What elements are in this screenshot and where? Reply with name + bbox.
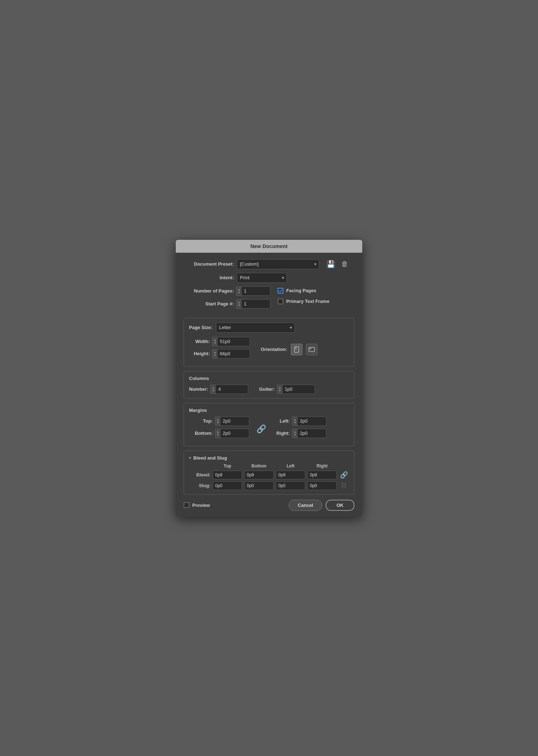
bleed-top-input[interactable] [213, 471, 242, 479]
slug-top-input[interactable] [213, 481, 242, 490]
start-page-label: Start Page #: [184, 301, 234, 306]
primary-text-frame-checkbox-wrapper[interactable]: Primary Text Frame [278, 299, 329, 304]
margins-link-icon[interactable]: 🔗 [255, 424, 268, 434]
columns-section: Columns Number: ▲ ▼ Gutter: [184, 371, 354, 399]
intent-select-wrapper: Print Web Mobile [237, 273, 287, 283]
margin-bottom-label: Bottom: [189, 431, 213, 436]
preset-label: Document Preset: [184, 261, 234, 267]
margin-bottom-row: Bottom: ▲ ▼ [189, 429, 249, 438]
height-spinner-btn[interactable]: ▲ ▼ [212, 349, 218, 358]
primary-text-frame-label: Primary Text Frame [286, 299, 329, 304]
columns-number-label: Number: [189, 386, 208, 392]
margin-right-input[interactable] [298, 429, 326, 438]
collapse-arrow-icon[interactable]: ▾ [189, 456, 191, 460]
portrait-button[interactable] [291, 344, 302, 355]
height-row: Height: ▲ ▼ [189, 349, 250, 358]
margin-top-spinner: ▲ ▼ [215, 417, 249, 426]
margin-right-label: Right: [273, 431, 290, 436]
dialog-title-bar: New Document [176, 240, 362, 253]
slug-bottom-input[interactable] [244, 481, 274, 490]
width-input[interactable] [218, 337, 250, 346]
preset-select[interactable]: [Custom] [237, 259, 319, 269]
page-size-select-wrapper: Letter Legal Tabloid A4 A3 [216, 323, 295, 333]
columns-number-group: Number: ▲ ▼ [189, 385, 248, 394]
margin-top-input[interactable] [221, 417, 249, 426]
height-label: Height: [189, 351, 210, 356]
bleed-right-input[interactable] [307, 471, 337, 479]
height-spinner: ▲ ▼ [212, 349, 250, 358]
bleed-slug-col-right: Right [307, 463, 337, 469]
gutter-input[interactable] [283, 385, 315, 394]
bleed-slug-grid: Top Bottom Left Right Bleed: 🔗 Slug: ⛓ [189, 463, 349, 490]
margin-top-row: Top: ▲ ▼ [189, 417, 249, 426]
ok-button[interactable]: OK [326, 500, 354, 511]
gutter-spinner-btn[interactable]: ▲ ▼ [277, 385, 283, 394]
preview-checkbox[interactable] [184, 502, 189, 508]
bleed-slug-title: Bleed and Slug [193, 455, 227, 461]
dialog-footer: Preview Cancel OK [184, 500, 354, 511]
margin-left-label: Left: [273, 418, 290, 424]
primary-text-frame-checkbox[interactable] [278, 299, 283, 304]
intent-select[interactable]: Print Web Mobile [237, 273, 287, 283]
columns-row: Number: ▲ ▼ Gutter: ▲ ▼ [189, 385, 349, 394]
margins-right-col: Left: ▲ ▼ Right: ▲ [273, 417, 326, 442]
orientation-label: Orientation: [261, 347, 287, 352]
num-pages-row: Number of Pages: ▲ ▼ [184, 286, 270, 296]
bleed-left-input[interactable] [276, 471, 305, 479]
columns-number-input[interactable] [216, 385, 248, 394]
facing-pages-checkbox[interactable] [278, 288, 283, 294]
margins-left-col: Top: ▲ ▼ Bottom: ▲ [189, 417, 249, 442]
margin-bottom-spinner-btn[interactable]: ▲ ▼ [215, 429, 221, 438]
delete-preset-button[interactable]: 🗑 [340, 259, 350, 269]
intent-label: Intent: [184, 275, 234, 280]
bleed-bottom-input[interactable] [244, 471, 274, 479]
slug-right-input[interactable] [307, 481, 337, 490]
bleed-link-icon[interactable]: 🔗 [339, 471, 349, 479]
facing-pages-checkbox-wrapper[interactable]: Facing Pages [278, 288, 329, 294]
margin-left-spinner-btn[interactable]: ▲ ▼ [292, 417, 298, 426]
start-page-spinner-btn[interactable]: ▲ ▼ [236, 299, 242, 309]
start-page-spinner: ▲ ▼ [236, 299, 270, 309]
svg-rect-1 [295, 347, 297, 349]
dimensions-row: Width: ▲ ▼ Height: [189, 337, 349, 362]
margin-bottom-input[interactable] [221, 429, 249, 438]
columns-number-spinner-btn[interactable]: ▲ ▼ [210, 385, 216, 394]
width-spinner: ▲ ▼ [212, 337, 250, 346]
margin-left-row: Left: ▲ ▼ [273, 417, 326, 426]
start-page-row: Start Page #: ▲ ▼ [184, 299, 270, 309]
preview-checkbox-wrapper[interactable]: Preview [184, 502, 210, 508]
landscape-button[interactable] [306, 344, 317, 355]
width-spinner-btn[interactable]: ▲ ▼ [212, 337, 218, 346]
margin-left-input[interactable] [298, 417, 326, 426]
num-pages-input[interactable] [242, 286, 270, 296]
margins-rows: Top: ▲ ▼ Bottom: ▲ [189, 417, 349, 442]
num-pages-spinner-btn[interactable]: ▲ ▼ [236, 286, 242, 296]
preset-select-wrapper: [Custom] [237, 259, 319, 269]
num-pages-label: Number of Pages: [184, 288, 234, 294]
margin-right-spinner-btn[interactable]: ▲ ▼ [292, 429, 298, 438]
num-pages-spinner: ▲ ▼ [236, 286, 270, 296]
page-size-select[interactable]: Letter Legal Tabloid A4 A3 [216, 323, 295, 333]
width-height-section: Width: ▲ ▼ Height: [189, 337, 250, 362]
intent-row: Intent: Print Web Mobile [184, 273, 354, 283]
bleed-slug-col-left: Left [276, 463, 305, 469]
svg-rect-0 [294, 347, 299, 352]
height-input[interactable] [218, 349, 250, 358]
save-preset-button[interactable]: 💾 [325, 259, 337, 269]
dialog-title: New Document [250, 243, 288, 249]
pages-checkboxes-section: Facing Pages Primary Text Frame [278, 286, 329, 304]
margin-left-spinner: ▲ ▼ [292, 417, 326, 426]
start-page-input[interactable] [242, 299, 270, 309]
slug-left-input[interactable] [276, 481, 305, 490]
slug-link-icon[interactable]: ⛓ [339, 482, 349, 489]
margin-top-label: Top: [189, 418, 213, 424]
cancel-button[interactable]: Cancel [289, 500, 322, 511]
bleed-label: Bleed: [189, 472, 211, 477]
slug-label: Slug: [189, 483, 211, 488]
margin-top-spinner-btn[interactable]: ▲ ▼ [215, 417, 221, 426]
new-document-dialog: New Document Document Preset: [Custom] 💾… [176, 240, 362, 517]
gutter-group: Gutter: ▲ ▼ [259, 385, 315, 394]
preview-label: Preview [192, 503, 210, 508]
svg-rect-2 [309, 347, 315, 352]
dialog-body: Document Preset: [Custom] 💾 🗑 Intent: Pr… [176, 253, 362, 517]
